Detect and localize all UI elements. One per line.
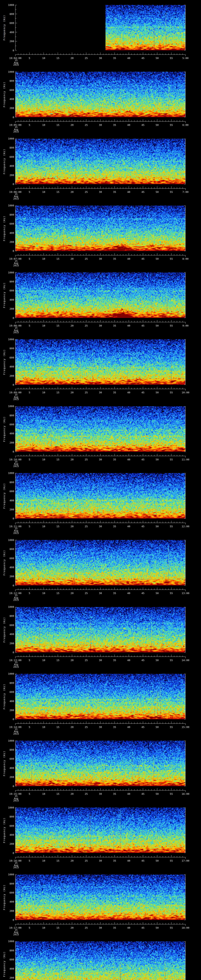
spectrogram-image bbox=[15, 607, 185, 652]
x-tick-label: 20 bbox=[70, 124, 73, 126]
x-tick-label: 15 bbox=[56, 859, 59, 862]
spectrogram-figure: Frequency (Hz) 15Aug2015 100080060040020… bbox=[0, 0, 201, 980]
date-label: 15Aug2015 bbox=[13, 528, 19, 535]
x-tick-label: 25 bbox=[85, 859, 88, 862]
x-tick-label: 10 bbox=[42, 659, 45, 662]
x-tick-label: 25 bbox=[85, 324, 88, 327]
y-tick-label: 800 bbox=[5, 213, 14, 216]
y-tick-label: 800 bbox=[5, 146, 14, 149]
date-line: 2015 bbox=[13, 934, 19, 936]
y-tick-label: 400 bbox=[5, 834, 14, 836]
x-end-time-label: 14:00 bbox=[182, 659, 189, 662]
x-tick-label: 5 bbox=[29, 458, 30, 461]
y-tick-label: 1000 bbox=[5, 673, 14, 675]
y-tick-label: 0 bbox=[5, 450, 14, 453]
x-tick-label: 45 bbox=[141, 458, 145, 461]
y-tick-label: 600 bbox=[5, 757, 14, 760]
y-tick-label: 1000 bbox=[5, 472, 14, 474]
x-end-time-label: 10:00 bbox=[182, 391, 189, 394]
x-start-time-label: 19:17:00 bbox=[9, 926, 22, 929]
x-tick-label: 50 bbox=[156, 659, 159, 662]
date-line: 2015 bbox=[13, 331, 19, 334]
x-tick-label: 55 bbox=[170, 458, 173, 461]
x-tick-label: 10 bbox=[42, 324, 45, 327]
x-tick-label: 50 bbox=[156, 191, 159, 194]
date-line: 2015 bbox=[13, 265, 19, 267]
x-tick-label: 30 bbox=[99, 57, 102, 60]
x-tick-label: 20 bbox=[70, 391, 73, 394]
x-start-time-label: 19:07:00 bbox=[9, 257, 22, 260]
spectrogram-image bbox=[15, 205, 185, 251]
y-tick-label: 0 bbox=[5, 785, 14, 788]
x-tick-label: 45 bbox=[141, 926, 145, 929]
y-axis-title: Frequency (Hz) bbox=[3, 684, 6, 710]
x-tick-label: 50 bbox=[156, 324, 159, 327]
y-tick-label: 800 bbox=[5, 80, 14, 82]
y-axis-title: Frequency (Hz) bbox=[3, 951, 6, 977]
x-end-time-label: 12:00 bbox=[182, 525, 189, 528]
x-tick-label: 50 bbox=[156, 792, 159, 795]
x-end-time-label: 16:00 bbox=[182, 792, 189, 795]
x-tick-label: 25 bbox=[85, 926, 88, 929]
y-tick-label: 400 bbox=[5, 700, 14, 702]
x-tick-label: 35 bbox=[113, 659, 116, 662]
x-tick-label: 45 bbox=[141, 324, 145, 327]
y-tick-label: 0 bbox=[5, 383, 14, 386]
y-tick-label: 1000 bbox=[5, 271, 14, 274]
x-tick-label: 40 bbox=[127, 57, 130, 60]
y-tick-label: 1000 bbox=[5, 940, 14, 943]
y-tick-label: 600 bbox=[5, 958, 14, 961]
spectrogram-image bbox=[15, 540, 185, 585]
y-axis-title: Frequency (Hz) bbox=[3, 751, 6, 776]
x-tick-label: 40 bbox=[127, 324, 130, 327]
y-tick-label: 600 bbox=[5, 22, 14, 24]
date-line: 2015 bbox=[13, 465, 19, 468]
x-tick-label: 20 bbox=[70, 592, 73, 595]
x-tick-label: 30 bbox=[99, 257, 102, 260]
x-tick-label: 25 bbox=[85, 124, 88, 126]
y-tick-label: 400 bbox=[5, 165, 14, 167]
x-end-time-label: 5:00 bbox=[182, 57, 188, 60]
x-tick-label: 5 bbox=[29, 792, 30, 795]
y-axis-title: Frequency (Hz) bbox=[3, 216, 6, 241]
y-tick-label: 600 bbox=[5, 557, 14, 560]
y-tick-label: 600 bbox=[5, 490, 14, 493]
spectrogram-panel-190700: Frequency (Hz) 15Aug2015 100080060040020… bbox=[0, 201, 201, 267]
y-tick-label: 200 bbox=[5, 977, 14, 979]
x-tick-label: 35 bbox=[113, 324, 116, 327]
x-tick-label: 40 bbox=[127, 191, 130, 194]
spectrogram-image bbox=[15, 473, 185, 519]
x-tick-label: 25 bbox=[85, 659, 88, 662]
x-tick-label: 30 bbox=[99, 792, 102, 795]
y-axis-title: Frequency (Hz) bbox=[3, 282, 6, 308]
x-tick-label: 40 bbox=[127, 525, 130, 528]
x-start-time-label: 19:13:00 bbox=[9, 659, 22, 662]
x-start-time-label: 19:11:00 bbox=[9, 525, 22, 528]
x-start-time-label: 19:14:00 bbox=[9, 725, 22, 729]
y-axis-title: Frequency (Hz) bbox=[3, 149, 6, 174]
spectrogram-panel-190900: Frequency (Hz) 15Aug2015 100080060040020… bbox=[0, 334, 201, 401]
y-axis-title: Frequency (Hz) bbox=[3, 349, 6, 375]
y-axis-title: Frequency (Hz) bbox=[3, 550, 6, 576]
y-axis-title: Frequency (Hz) bbox=[3, 818, 6, 843]
y-tick-label: 0 bbox=[5, 584, 14, 587]
x-tick-label: 50 bbox=[156, 525, 159, 528]
y-tick-label: 600 bbox=[5, 289, 14, 292]
x-tick-label: 45 bbox=[141, 124, 145, 126]
y-tick-label: 200 bbox=[5, 709, 14, 711]
y-tick-label: 0 bbox=[5, 919, 14, 921]
x-tick-label: 10 bbox=[42, 525, 45, 528]
x-tick-label: 20 bbox=[70, 859, 73, 862]
spectrogram-image bbox=[15, 406, 185, 452]
y-tick-label: 600 bbox=[5, 624, 14, 627]
y-tick-label: 200 bbox=[5, 508, 14, 511]
y-tick-label: 1000 bbox=[5, 137, 14, 140]
x-tick-label: 50 bbox=[156, 257, 159, 260]
x-start-time-label: 19:16:00 bbox=[9, 859, 22, 862]
spectrogram-image bbox=[15, 808, 185, 853]
x-tick-label: 25 bbox=[85, 725, 88, 729]
x-end-time-label: 8:00 bbox=[182, 257, 188, 260]
y-tick-label: 0 bbox=[5, 49, 14, 52]
x-tick-label: 20 bbox=[70, 659, 73, 662]
x-end-time-label: 11:00 bbox=[182, 458, 189, 461]
